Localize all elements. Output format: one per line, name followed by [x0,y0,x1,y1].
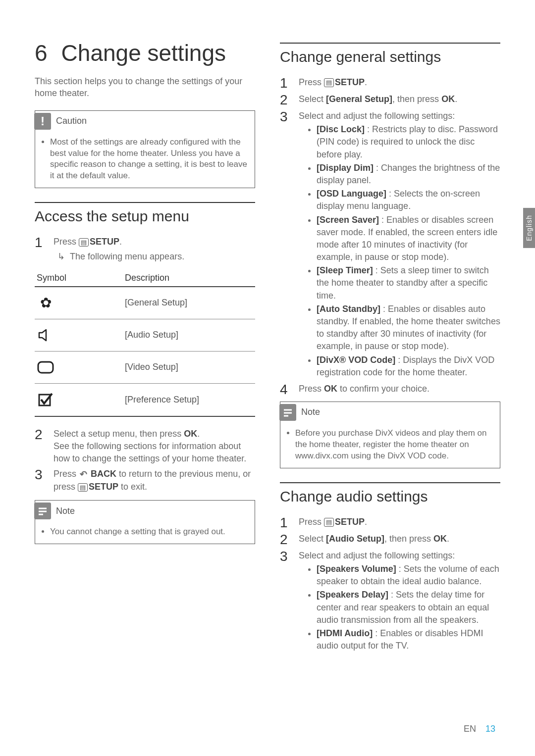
setup-label: SETUP [335,77,365,87]
setup-label: SETUP [335,517,365,527]
table-row: ✿ [General Setup] [35,287,255,319]
ok-label: OK [433,534,447,544]
checkbox-icon [37,391,54,408]
step-text-end: to confirm your choice. [337,384,429,394]
setting-item: [DivX® VOD Code] : Displays the DivX VOD… [317,354,500,379]
audio-settings-list: [Speakers Volume] : Sets the volume of e… [299,563,500,652]
note-box: Note You cannot change a setting that is… [35,500,255,544]
setup-menu-icon: ▤ [324,518,334,527]
step-text-end: to exit. [118,482,147,492]
result-arrow-icon: ↳ [57,251,65,263]
table-row: [Video Setup] [35,351,255,383]
section-audio-title: Change audio settings [280,482,500,505]
access-step-1: 1 Press ▤SETUP. ↳ The following menu app… [35,236,255,262]
setup-label: SETUP [90,237,119,247]
step-text-end: . [119,237,122,247]
setting-name: [Disc Lock] [317,124,365,134]
step-dot: . [447,534,449,544]
general-step-3: 3 Select and adjust the following settin… [280,110,500,380]
note-header: Note [34,501,255,522]
audio-step-1: 1 Press ▤SETUP. [280,516,500,530]
step-number: 3 [280,110,291,380]
setting-name: [Screen Saver] [317,215,379,225]
access-step-2: 2 Select a setup menu, then press OK. Se… [35,428,255,465]
menu-name: [Audio Setup] [326,534,384,544]
step-text: Press [299,517,324,527]
setting-name: [Display Dim] [317,163,374,173]
step-text: Select [299,94,326,104]
step-text: Select [299,534,326,544]
step-text: Press [299,384,324,394]
table-row: [Preference Setup] [35,383,255,416]
setting-name: [DivX® VOD Code] [317,355,395,365]
col-symbol: Symbol [35,270,123,287]
col-description: Description [123,270,255,287]
setting-item: [Display Dim] : Changes the brightness o… [317,162,500,187]
note-body: You cannot change a setting that is gray… [35,522,255,544]
step-number: 1 [35,236,46,262]
page-number: 13 [485,724,495,734]
note-box: Note Before you purchase DivX videos and… [280,402,500,468]
chapter-heading: 6Change settings [35,40,255,66]
general-step-2: 2 Select [General Setup], then press OK. [280,93,500,107]
right-column: Change general settings 1 Press ▤SETUP. … [280,40,500,656]
gear-icon: ✿ [37,294,54,312]
step-number: 2 [280,533,291,547]
step-text: Press [54,237,79,247]
audio-step-3: 3 Select and adjust the following settin… [280,550,500,654]
svg-rect-0 [38,362,53,373]
setting-item: [OSD Language] : Selects the on-screen d… [317,188,500,212]
speaker-icon [37,326,54,344]
step-number: 3 [280,550,291,654]
section-access-title: Access the setup menu [35,202,255,225]
caution-icon: ! [34,113,51,130]
step-number: 1 [280,76,291,90]
row-label: [General Setup] [123,287,255,319]
caution-box: ! Caution Most of the settings are alrea… [35,110,255,189]
caution-body: Most of the settings are already configu… [35,133,255,188]
chapter-number: 6 [35,40,48,66]
row-label: [Preference Setup] [123,383,255,416]
caution-header: ! Caution [34,111,255,133]
step-text: Select and adjust the following settings… [299,111,455,121]
setup-menu-icon: ▤ [79,238,89,247]
screen-icon [37,358,54,376]
setup-menu-icon: ▤ [324,78,334,87]
step-number: 3 [35,468,46,493]
step-text: Select a setup menu, then press [54,429,184,439]
step-number: 2 [280,93,291,107]
table-row: [Audio Setup] [35,319,255,351]
setting-name: [Sleep Timer] [317,265,373,275]
setting-item: [Sleep Timer] : Sets a sleep timer to sw… [317,264,500,302]
step-dot: . [365,517,367,527]
step-text: Press [299,77,324,87]
setting-item: [Screen Saver] : Enables or disables scr… [317,214,500,264]
note-item: Before you purchase DivX videos and play… [295,428,493,462]
left-column: 6Change settings This section helps you … [35,40,255,656]
setting-name: [Speakers Delay] [317,590,388,600]
note-icon [279,404,296,421]
setup-label: SETUP [89,482,118,492]
footer-lang: EN [464,724,476,734]
ok-label: OK [184,429,197,439]
step-number: 4 [280,383,291,397]
step-text-mid: , then press [384,534,433,544]
step-text-mid: , then press [392,94,441,104]
setting-item: [Auto Standby] : Enables or disables aut… [317,303,500,353]
step-text-dot: . [197,429,200,439]
caution-item: Most of the settings are already configu… [50,137,248,182]
row-label: [Audio Setup] [123,319,255,351]
step-text: Press [54,469,79,479]
note-item: You cannot change a setting that is gray… [50,526,248,538]
general-step-1: 1 Press ▤SETUP. [280,76,500,90]
language-tab: English [523,208,535,248]
step-text: Select and adjust the following settings… [299,551,455,560]
note-label: Note [301,407,320,417]
step-dot: . [455,94,457,104]
setting-item: [Speakers Volume] : Sets the volume of e… [317,563,500,588]
caution-label: Caution [56,116,87,126]
step-text-extra: See the following sections for informati… [54,440,255,465]
row-label: [Video Setup] [123,351,255,383]
setup-symbol-table: Symbol Description ✿ [General Setup] [Au… [35,270,255,417]
setting-name: [Speakers Volume] [317,564,396,574]
